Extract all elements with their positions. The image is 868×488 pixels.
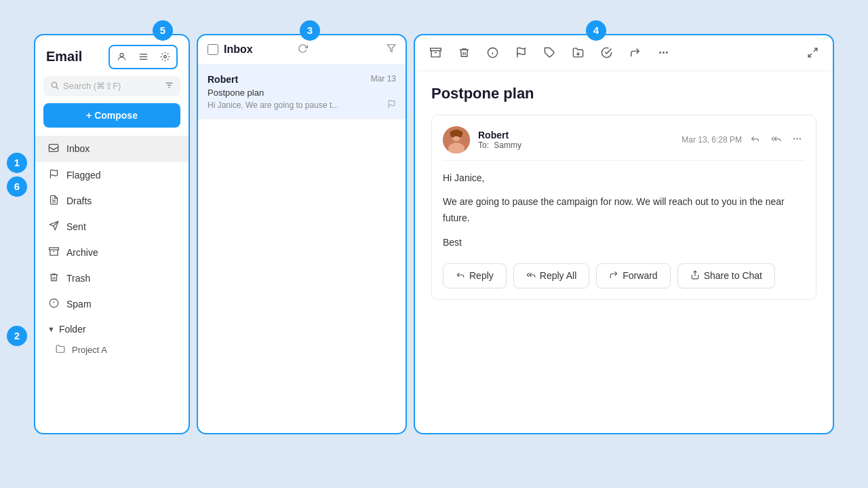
svg-marker-21 — [387, 45, 395, 52]
svg-point-5 — [52, 82, 57, 88]
svg-rect-16 — [49, 247, 58, 249]
message-time: Mar 13, 6:28 PM — [682, 135, 742, 145]
sidebar-item-drafts[interactable]: Drafts — [35, 188, 189, 214]
email-view-header — [415, 35, 833, 71]
sidebar-item-sent[interactable]: Sent — [35, 214, 189, 240]
message-body-line1: We are going to pause the campaign for n… — [443, 194, 805, 227]
svg-point-0 — [120, 54, 123, 57]
spam-icon — [47, 298, 60, 310]
message-meta: Mar 13, 6:28 PM — [682, 132, 805, 147]
expand-action-button[interactable] — [802, 42, 823, 64]
sidebar-item-inbox-label: Inbox — [66, 143, 90, 154]
sidebar-item-flagged[interactable]: Flagged — [35, 162, 189, 188]
email-list-item[interactable]: Robert Mar 13 Postpone plan Hi Janice, W… — [198, 64, 406, 119]
email-flag-icon[interactable] — [387, 100, 396, 111]
to-label: To: — [478, 140, 489, 150]
email-view-title: Postpone plan — [431, 85, 816, 102]
sent-icon — [47, 221, 60, 233]
svg-point-31 — [659, 52, 660, 53]
svg-line-35 — [808, 54, 812, 57]
reply-button[interactable]: Reply — [443, 263, 507, 288]
forward-button[interactable]: Forward — [596, 263, 670, 288]
sidebar-title: Email — [46, 49, 82, 64]
badge-1: 1 — [7, 153, 27, 173]
reply-all-quick-button[interactable] — [768, 132, 784, 147]
search-bar[interactable]: Search (⌘⇧F) — [43, 76, 180, 96]
trash-icon — [47, 272, 60, 284]
archive-icon — [47, 246, 60, 259]
info-action-button[interactable] — [481, 42, 503, 64]
share-to-chat-button[interactable]: Share to Chat — [677, 263, 775, 288]
list-view-button[interactable] — [134, 48, 153, 66]
drafts-icon — [47, 195, 60, 207]
delete-action-button[interactable] — [453, 42, 475, 64]
share-to-chat-label: Share to Chat — [704, 270, 762, 281]
share-to-chat-icon — [690, 270, 700, 282]
badge-2: 2 — [7, 326, 27, 346]
more-action-button[interactable] — [652, 42, 674, 64]
folder-section-label: Folder — [59, 324, 86, 335]
svg-point-4 — [163, 56, 166, 58]
svg-point-44 — [800, 138, 800, 138]
sidebar-item-trash[interactable]: Trash — [35, 265, 189, 291]
reply-icon — [456, 270, 465, 282]
badge-6: 6 — [7, 176, 27, 197]
svg-point-42 — [794, 138, 795, 138]
flagged-icon — [47, 169, 60, 181]
forward-label: Forward — [623, 270, 657, 281]
search-placeholder: Search (⌘⇧F) — [63, 81, 161, 91]
forward-header-button[interactable] — [624, 42, 646, 64]
email-preview: Hi Janice, We are going to pause t... — [208, 100, 338, 110]
badge-5: 5 — [153, 20, 173, 41]
email-list-header: Inbox — [198, 35, 406, 64]
sidebar-item-spam-label: Spam — [66, 299, 92, 309]
forward-icon — [609, 270, 618, 282]
settings-button[interactable] — [155, 48, 174, 66]
message-more-button[interactable] — [789, 132, 805, 147]
archive-action-button[interactable] — [425, 42, 446, 64]
mark-action-button[interactable] — [595, 42, 617, 64]
folder-item-project-a[interactable]: Project A — [35, 339, 189, 361]
sidebar-item-drafts-label: Drafts — [66, 195, 92, 206]
search-icon — [50, 81, 59, 92]
sidebar-item-archive[interactable]: Archive — [35, 240, 189, 265]
contacts-button[interactable] — [112, 48, 131, 66]
sender-to: To: Sammy — [478, 140, 673, 150]
sidebar-panel: Email — [34, 34, 190, 434]
sidebar-item-sent-label: Sent — [66, 221, 86, 232]
reply-label: Reply — [469, 270, 494, 281]
reply-all-button[interactable]: Reply All — [513, 263, 589, 288]
message-greeting: Hi Janice, — [443, 170, 805, 187]
move-action-button[interactable] — [567, 42, 589, 64]
folder-chevron-icon: ▼ — [47, 325, 55, 333]
to-name: Sammy — [494, 140, 521, 150]
email-date: Mar 13 — [371, 74, 396, 85]
reply-all-label: Reply All — [540, 270, 576, 281]
message-card: Robert To: Sammy Mar 13, 6:28 PM — [431, 115, 816, 300]
folder-item-project-a-label: Project A — [72, 345, 107, 355]
flag-action-button[interactable] — [510, 42, 532, 64]
refresh-icon[interactable] — [298, 43, 308, 56]
select-all-checkbox[interactable] — [208, 44, 218, 55]
email-view-body: Postpone plan Robert — [415, 71, 833, 433]
email-subject: Postpone plan — [208, 88, 396, 98]
label-action-button[interactable] — [538, 42, 560, 64]
compose-button[interactable]: + Compose — [43, 103, 180, 128]
sidebar-item-flagged-label: Flagged — [66, 170, 101, 181]
sender-name: Robert — [478, 130, 673, 140]
search-filter-icon[interactable] — [165, 81, 174, 92]
compose-label: + Compose — [86, 110, 138, 121]
folder-section[interactable]: ▼ Folder — [35, 317, 189, 339]
filter-icon[interactable] — [387, 43, 396, 55]
email-sender: Robert — [208, 74, 238, 85]
reply-quick-button[interactable] — [747, 132, 763, 147]
sidebar-toolbar — [108, 45, 178, 69]
sidebar-item-archive-label: Archive — [66, 247, 98, 258]
folder-item-icon — [56, 344, 65, 356]
sidebar-item-inbox[interactable]: Inbox — [35, 136, 189, 162]
sidebar-item-spam[interactable]: Spam — [35, 291, 189, 317]
email-list-panel: Inbox Robert Mar 13 Postpone plan Hi Jan… — [197, 34, 407, 434]
email-view-panel: Postpone plan Robert — [414, 34, 834, 434]
inbox-icon — [47, 143, 60, 155]
svg-line-34 — [813, 48, 816, 52]
